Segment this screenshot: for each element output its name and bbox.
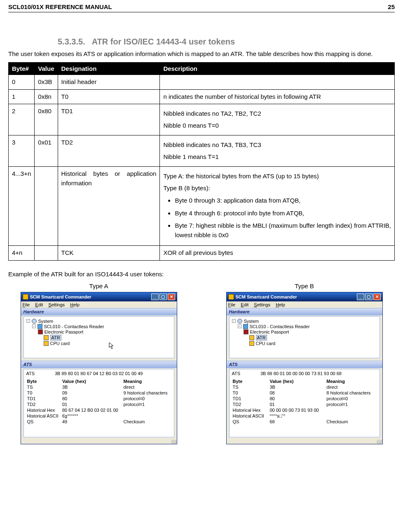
table-row: 4+n TCK XOR of all previous bytes (9, 246, 395, 261)
cell: 01 (61, 401, 123, 407)
table-row: 4...3+n Historical bytes or application … (9, 167, 395, 246)
cell (326, 413, 377, 419)
tree-cpu[interactable]: CPU card (50, 341, 70, 346)
cell: Initial header (58, 75, 160, 90)
section-intro: The user token exposes its ATS or applic… (8, 50, 395, 58)
cpu-icon (249, 341, 254, 346)
cell: 3 (9, 135, 35, 167)
menu-settings[interactable]: Settings (254, 302, 270, 307)
tree-passport[interactable]: Electronic Passport (250, 329, 289, 334)
cell: Historical ASCII (232, 413, 269, 419)
maximize-button[interactable]: ▢ (365, 294, 373, 300)
list-item: Byte 0 through 3: application data from … (175, 196, 391, 205)
cell (160, 75, 395, 90)
cell: T0 (26, 390, 61, 396)
cell: protocol=1 (123, 401, 171, 407)
cell: 4...3+n (9, 167, 35, 246)
cell: T0 (58, 89, 160, 104)
cell: 09 (61, 390, 123, 396)
resize-grip[interactable] (171, 440, 177, 444)
tree-atr-selected[interactable]: ATR (256, 335, 267, 341)
hardware-tree[interactable]: -System -SCL010 - Contactless Reader Ele… (229, 316, 380, 358)
minimize-button[interactable]: _ (151, 294, 159, 300)
table-row: 1 0x8n T0 n indicates the number of hist… (9, 89, 395, 104)
page-number: 25 (388, 3, 395, 10)
menu-settings[interactable]: Settings (48, 302, 65, 307)
ats-panel: ATS 3B 89 80 01 80 67 04 12 B0 03 02 01 … (23, 369, 174, 437)
hardware-header: Hardware (227, 308, 382, 315)
minimize-button[interactable]: _ (357, 294, 364, 300)
cell: n indicates the number of historical byt… (160, 89, 395, 104)
list-item: Byte 4 through 6: protocol info byte fro… (175, 209, 391, 218)
cell: direct (326, 384, 377, 390)
titlebar[interactable]: SCM Smartcard Commander _ ▢ ✕ (21, 292, 177, 301)
close-button[interactable]: ✕ (168, 294, 175, 300)
tree-atr-selected[interactable]: ATR (50, 335, 61, 341)
window-title: SCM Smartcard Commander (236, 294, 297, 299)
th-designation: Designation (58, 63, 160, 75)
cell-line: Nibble 1 means T=1 (163, 152, 391, 162)
menu-edit[interactable]: Edit (35, 302, 43, 307)
system-icon (32, 319, 37, 324)
cell (326, 407, 377, 413)
menu-help[interactable]: Help (70, 302, 80, 307)
cell: 80 (61, 396, 123, 401)
expand-icon[interactable]: - (232, 319, 236, 323)
menu-file[interactable]: File (228, 302, 236, 307)
menu-edit[interactable]: Edit (241, 302, 248, 307)
tree-system[interactable]: System (38, 319, 54, 324)
expand-icon[interactable]: - (32, 324, 36, 328)
cell: T0 (232, 390, 269, 396)
expand-icon[interactable]: - (238, 324, 241, 328)
cell: €g°°°°°° (61, 413, 123, 419)
example-caption: Example of the ATR built for an ISO14443… (8, 271, 395, 278)
expand-icon[interactable]: - (26, 319, 30, 323)
hardware-header: Hardware (21, 308, 177, 315)
hardware-tree[interactable]: -System -SCL010 - Contactless Reader Ele… (23, 316, 174, 358)
cell: TD2 (232, 401, 269, 407)
window-type-b: SCM Smartcard Commander _ ▢ ✕ File Edit … (226, 292, 383, 444)
tree-cpu[interactable]: CPU card (256, 341, 276, 346)
cell: 2 (9, 104, 35, 135)
ats-value: 3B 88 80 01 00 00 00 00 73 81 93 00 68 (260, 371, 342, 376)
cell: 80 67 04 12 B0 03 02 01 00 (61, 407, 123, 413)
tree-reader[interactable]: SCL010 - Contactless Reader (44, 324, 104, 329)
cell: TD1 (26, 396, 61, 401)
cell: Historical Hex (232, 407, 269, 413)
cell: Nibble8 indicates no TA2, TB2, TC2 Nibbl… (160, 104, 395, 135)
tree-passport[interactable]: Electronic Passport (45, 329, 84, 334)
cell: QS (232, 419, 269, 425)
col-value: Value (hex) (269, 378, 326, 384)
cell: 01 (269, 401, 326, 407)
ats-table: ByteValue (hex)Meaning TS3Bdirect T0099 … (26, 378, 171, 425)
resize-grip[interactable] (377, 440, 382, 444)
menu-file[interactable]: File (23, 302, 30, 307)
maximize-button[interactable]: ▢ (159, 294, 167, 300)
cell: Historical Hex (26, 407, 61, 413)
cell (35, 246, 58, 261)
cell: 0x8n (35, 89, 58, 104)
menubar: File Edit Settings Help (227, 301, 382, 308)
cell: 68 (269, 419, 326, 425)
col-byte: Byte (26, 378, 61, 384)
cell: 3B (61, 384, 123, 390)
cell: QS (26, 419, 61, 425)
cell: 0x80 (35, 104, 58, 135)
cell: 1 (9, 89, 35, 104)
menu-help[interactable]: Help (276, 302, 285, 307)
cell: °°°°s□“° (269, 413, 326, 419)
cell: TD1 (58, 104, 160, 135)
cell (123, 413, 171, 419)
table-row: 2 0x80 TD1 Nibble8 indicates no TA2, TB2… (9, 104, 395, 135)
tree-reader[interactable]: SCL010 - Contactless Reader (250, 324, 310, 329)
cell: Historical bytes or application informat… (58, 167, 160, 246)
list-item: Byte 7: highest nibble is the MBLI (maxi… (175, 221, 391, 240)
close-button[interactable]: ✕ (373, 294, 381, 300)
section-heading: 5.3.3.5. ATR for ISO/IEC 14443-4 user to… (58, 37, 395, 47)
cell: direct (123, 384, 171, 390)
tree-system[interactable]: System (244, 319, 259, 324)
titlebar[interactable]: SCM Smartcard Commander _ ▢ ✕ (227, 292, 382, 301)
table-row: 3 0x01 TD2 Nibble8 indicates no TA3, TB3… (9, 135, 395, 167)
atr-icon (249, 335, 254, 340)
col-value: Value (hex) (61, 378, 123, 384)
